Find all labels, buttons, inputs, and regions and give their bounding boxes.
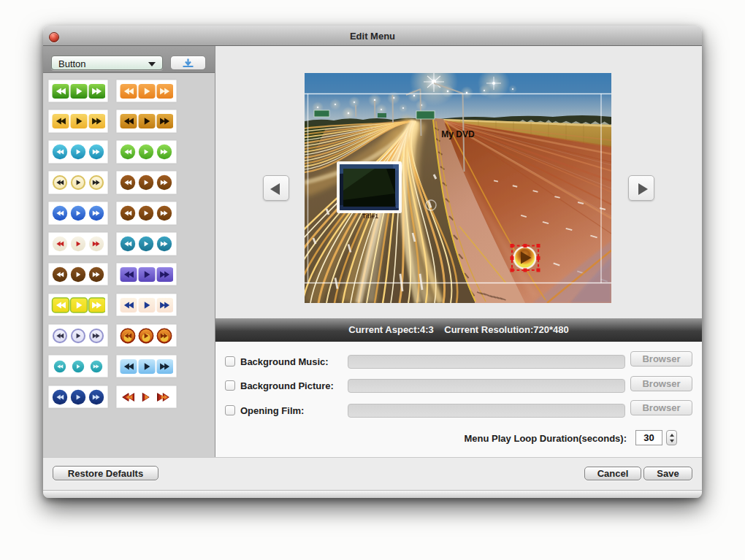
svg-text:Title1: Title1 <box>362 212 378 220</box>
svg-text:My DVD: My DVD <box>441 129 475 139</box>
